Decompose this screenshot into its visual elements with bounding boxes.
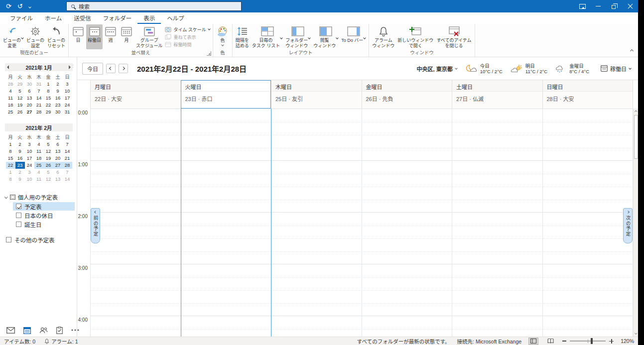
vertical-scrollbar[interactable]	[633, 109, 638, 337]
checkbox-icon[interactable]	[6, 237, 11, 242]
day-column[interactable]	[362, 109, 452, 337]
menu-tab[interactable]: ホーム	[39, 12, 68, 24]
minical-day-cell[interactable]: 15	[44, 95, 53, 102]
calendar-nav-button[interactable]	[23, 326, 31, 335]
minical-day-cell[interactable]: 23	[15, 162, 25, 169]
minical-day-cell[interactable]: 11	[34, 148, 44, 155]
minical-day-cell[interactable]: 10	[63, 88, 72, 95]
minical-day-cell[interactable]: 27	[53, 162, 63, 169]
minical-day-cell[interactable]: 17	[25, 155, 34, 162]
minical-day-cell[interactable]: 12	[44, 148, 53, 155]
minical-day-cell[interactable]: 6	[53, 169, 63, 176]
weather-tomorrow[interactable]: 明日11°C / 2°C	[510, 63, 547, 74]
minical-day-cell[interactable]: 12	[44, 176, 53, 183]
minical-day-cell[interactable]: 10	[25, 176, 34, 183]
day-column[interactable]	[452, 109, 542, 337]
minical-day-cell[interactable]: 24	[63, 102, 72, 109]
minical-day-cell[interactable]: 26	[44, 162, 53, 169]
previous-appointment-tab[interactable]: 前の予定	[91, 208, 100, 243]
menu-tab[interactable]: 送受信	[68, 12, 97, 24]
minical-day-cell[interactable]: 8	[44, 88, 53, 95]
checkbox-icon[interactable]	[16, 213, 21, 218]
minical-day-cell[interactable]: 27	[25, 109, 34, 115]
minical-day-cell[interactable]: 31	[34, 81, 44, 88]
today-button[interactable]: 今日	[82, 63, 103, 75]
zoom-slider[interactable]	[570, 341, 606, 342]
day-header[interactable]: 土曜日27日 · 仏滅	[452, 80, 542, 109]
weather-location-selector[interactable]: 中央区, 東京都	[417, 65, 457, 73]
minical-day-cell[interactable]: 6	[25, 88, 34, 95]
work-week-view-button[interactable]: 稼働日	[86, 24, 103, 49]
zoom-out-button[interactable]	[562, 341, 566, 342]
minical-day-cell[interactable]: 14	[63, 148, 72, 155]
scrollbar-thumb[interactable]	[634, 115, 638, 159]
minical-day-cell[interactable]: 9	[15, 176, 25, 183]
zoom-slider-thumb[interactable]	[591, 338, 593, 344]
minical-day-cell[interactable]: 11	[34, 176, 44, 183]
minical-day-cell[interactable]: 5	[44, 141, 53, 148]
day-column[interactable]	[181, 109, 271, 337]
minical-day-cell[interactable]: 19	[15, 102, 25, 109]
minical-day-cell[interactable]: 22	[44, 102, 53, 109]
minical-day-cell[interactable]: 29	[44, 109, 53, 115]
minical-day-cell[interactable]: 10	[25, 148, 34, 155]
minical-day-cell[interactable]: 4	[34, 169, 44, 176]
folder-group-other[interactable]: その他の予定表	[2, 235, 75, 244]
minical-day-cell[interactable]: 7	[63, 169, 72, 176]
restore-button[interactable]	[606, 0, 622, 12]
minical-day-cell[interactable]: 3	[25, 169, 34, 176]
minical-day-cell[interactable]: 3	[25, 141, 34, 148]
menu-tab[interactable]: ヘルプ	[161, 12, 190, 24]
minical-day-cell[interactable]: 6	[53, 141, 63, 148]
checkbox-icon[interactable]	[16, 204, 21, 209]
minical-day-cell[interactable]: 29	[15, 81, 25, 88]
minical-day-cell[interactable]: 4	[6, 88, 15, 95]
weather-today[interactable]: 今日10°C / 2°C	[465, 63, 503, 74]
minical-day-cell[interactable]: 28	[6, 81, 15, 88]
prev-month-icon[interactable]	[7, 65, 9, 69]
day-header[interactable]: 木曜日25日 · 友引	[271, 80, 362, 109]
minical-day-cell[interactable]: 18	[34, 155, 44, 162]
dialog-launcher-icon[interactable]	[207, 51, 211, 56]
reading-pane-button[interactable]: 閲覧 ウィンドウ	[312, 24, 340, 49]
day-column[interactable]	[542, 109, 633, 337]
minical-day-cell[interactable]: 13	[25, 95, 34, 102]
daily-task-list-button[interactable]: 日毎の タスク リスト	[251, 24, 284, 49]
todo-bar-button[interactable]: To Do バー	[340, 24, 367, 49]
minical-day-cell[interactable]: 9	[15, 148, 25, 155]
minical-day-cell[interactable]: 3	[63, 81, 72, 88]
mail-nav-button[interactable]	[6, 326, 15, 335]
ribbon-display-options-button[interactable]	[574, 0, 590, 12]
calendar-view-selector[interactable]: 稼働日	[601, 65, 631, 73]
sync-icon[interactable]: ⟳	[6, 3, 11, 9]
time-scale-button[interactable]: タイム スケール	[165, 26, 210, 33]
tasks-nav-button[interactable]	[56, 326, 63, 335]
minical-day-cell[interactable]: 15	[6, 155, 15, 162]
minical-day-cell[interactable]: 2	[15, 169, 25, 176]
minical-day-cell[interactable]: 30	[25, 81, 34, 88]
group-schedule-button[interactable]: グループ スケジュール	[134, 24, 164, 49]
folder-pane-button[interactable]: フォルダー ウィンドウ	[284, 24, 312, 49]
minical-day-cell[interactable]: 5	[44, 169, 53, 176]
minimize-button[interactable]	[590, 0, 606, 12]
folder-item[interactable]: 日本の休日	[13, 211, 75, 220]
minical-day-cell[interactable]: 5	[15, 88, 25, 95]
reset-view-button[interactable]: ビューの リセット	[46, 24, 67, 49]
minical-day-cell[interactable]: 2	[53, 81, 63, 88]
minical-day-cell[interactable]: 13	[53, 148, 63, 155]
day-header[interactable]: 月曜日22日 · 大安	[90, 80, 181, 109]
minical-day-cell[interactable]: 19	[44, 155, 53, 162]
week-view-button[interactable]: 週	[103, 24, 119, 49]
minical-day-cell[interactable]: 8	[6, 148, 15, 155]
minical-day-cell[interactable]: 18	[6, 102, 15, 109]
people-nav-button[interactable]	[39, 326, 48, 335]
close-all-items-button[interactable]: すべてのアイテム を閉じる	[435, 24, 473, 49]
minical-day-cell[interactable]: 7	[63, 141, 72, 148]
month-view-button[interactable]: 月	[119, 24, 134, 49]
minical-day-cell[interactable]: 7	[34, 88, 44, 95]
minical-day-cell[interactable]: 16	[15, 155, 25, 162]
minical-day-cell[interactable]: 28	[34, 109, 44, 115]
undo-icon[interactable]: ↺	[17, 3, 23, 9]
minical-day-cell[interactable]: 9	[53, 88, 63, 95]
day-view-button[interactable]: 日	[70, 24, 86, 49]
